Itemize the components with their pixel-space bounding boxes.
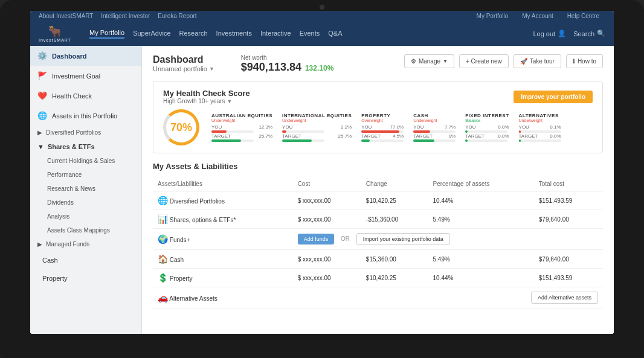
nav-investments[interactable]: Investments <box>216 30 252 38</box>
my-portfolio-util-link[interactable]: My Portfolio <box>477 13 509 19</box>
import-portfolio-button[interactable]: Import your existing portfolio data <box>356 233 450 245</box>
health-score-circle: 70% <box>163 109 199 145</box>
net-worth-section: Net worth $940,113.84 132.10% <box>241 54 333 74</box>
content-area: ⚙️ Dashboard 🚩 Investment Goal ❤️ Health… <box>30 46 614 334</box>
row-property-pct: 10.44% <box>428 269 533 287</box>
row-funds-actions: Add funds OR Import your existing portfo… <box>293 229 603 250</box>
alloc-cash-status: Underweight <box>413 118 456 123</box>
row-cash-cost: $ xxx,xxx.00 <box>293 250 361 269</box>
health-check-icon: ❤️ <box>37 91 47 100</box>
health-check-subtitle[interactable]: High Growth 10+ years ▼ <box>163 98 250 104</box>
table-row: 🌐 Diversified Portfolios $ xxx,xxx.00 $1… <box>153 191 603 210</box>
add-funds-button[interactable]: Add funds <box>298 234 335 245</box>
help-centre-link[interactable]: Help Centre <box>567 13 599 19</box>
alloc-prop-status: Overweight <box>361 118 404 123</box>
chevron-right-icon-2: ▶ <box>37 241 42 248</box>
row-cash-pct: 5.49% <box>428 250 533 269</box>
funds-icon: 🌍 <box>158 234 168 244</box>
row-alt-assets-name: 🚗 Alternative Assets <box>153 287 293 308</box>
dashboard-title-section: Dashboard Unnamed portfolio ▼ <box>153 54 214 72</box>
shares-icon: 📊 <box>158 214 168 224</box>
nav-left: 🐂 InvestSMART My Portfolio SuperAdvice R… <box>39 25 343 42</box>
sidebar-current-holdings[interactable]: Current Holdings & Sales <box>30 154 141 168</box>
shares-etfs-label: Shares & ETFs <box>48 143 95 150</box>
investment-goal-icon: 🚩 <box>37 71 47 80</box>
search-button[interactable]: Search 🔍 <box>573 30 605 37</box>
improve-portfolio-button[interactable]: Improve your portfolio <box>514 91 593 103</box>
nav-links: My Portfolio SuperAdvice Research Invest… <box>89 29 342 39</box>
nav-events[interactable]: Events <box>300 30 320 38</box>
eureka-report-link[interactable]: Eureka Report <box>158 13 196 19</box>
nav-research[interactable]: Research <box>179 30 208 38</box>
alloc-au-eq-status: Underweight <box>211 118 272 123</box>
sidebar-asset-class-mappings[interactable]: Assets Class Mappings <box>30 223 141 237</box>
row-diversified-cost: $ xxx,xxx.00 <box>293 191 361 210</box>
search-label: Search <box>573 30 594 37</box>
sidebar-managed-funds[interactable]: ▶ Managed Funds <box>30 237 141 251</box>
col-assets-liabilities: Assets/Liabilities <box>153 177 293 191</box>
row-funds-name: 🌍 Funds+ <box>153 229 293 250</box>
assets-table: Assets/Liabilities Cost Change Percentag… <box>153 177 603 308</box>
sidebar-dividends[interactable]: Dividends <box>30 196 141 209</box>
logo[interactable]: 🐂 InvestSMART <box>39 25 71 42</box>
my-account-util-link[interactable]: My Account <box>522 13 553 19</box>
property-icon: 💲 <box>158 273 168 283</box>
table-row: 🚗 Alternative Assets Add Alternative ass… <box>153 287 603 308</box>
nav-superadvice[interactable]: SuperAdvice <box>133 30 170 38</box>
utility-links-right: My Portfolio My Account Help Centre <box>471 13 605 19</box>
dashboard-icon: ⚙️ <box>37 51 47 60</box>
table-row: 💲 Property $ xxx,xxx.00 $10,420.25 10.44… <box>153 269 603 287</box>
alloc-international-equities: INTERNATIONAL EQUITIES Underweight YOU2.… <box>282 113 352 142</box>
chevron-right-icon: ▶ <box>37 129 42 136</box>
sidebar: ⚙️ Dashboard 🚩 Investment Goal ❤️ Health… <box>30 46 142 334</box>
sidebar-research-news[interactable]: Research & News <box>30 182 141 196</box>
how-to-button[interactable]: ℹ How to <box>566 54 603 68</box>
table-header-row: Assets/Liabilities Cost Change Percentag… <box>153 177 603 191</box>
sidebar-item-dashboard[interactable]: ⚙️ Dashboard <box>30 46 141 66</box>
create-new-button[interactable]: + Create new <box>459 54 509 68</box>
manage-button[interactable]: ⚙ Manage ▼ <box>404 54 454 68</box>
sidebar-shares-etfs[interactable]: ▼ Shares & ETFs <box>30 139 141 154</box>
sidebar-analysis[interactable]: Analysis <box>30 209 141 223</box>
nav-qa[interactable]: Q&A <box>328 30 342 38</box>
health-check-header: My Health Check Score High Growth 10+ ye… <box>163 89 593 104</box>
cash-icon: 🏠 <box>158 254 168 264</box>
sidebar-item-property[interactable]: Property <box>30 269 141 287</box>
alloc-alt-label: ALTERNATIVES <box>519 113 561 118</box>
alloc-au-eq-you-pct: 12.3% <box>259 124 272 130</box>
nav-my-portfolio[interactable]: My Portfolio <box>89 29 124 39</box>
portfolio-selector[interactable]: Unnamed portfolio ▼ <box>153 65 214 72</box>
assets-title: My Assets & Liabilities <box>153 162 603 171</box>
take-tour-button[interactable]: 🚀 Take tour <box>514 54 561 68</box>
table-row: 📊 Shares, options & ETFs* $ xxx,xxx.00 -… <box>153 210 603 229</box>
sidebar-performance[interactable]: Performance <box>30 168 141 182</box>
sidebar-item-investment-goal[interactable]: 🚩 Investment Goal <box>30 66 141 86</box>
table-row: 🏠 Cash $ xxx,xxx.00 $15,360.00 5.49% $79… <box>153 250 603 269</box>
add-alternative-assets-button[interactable]: Add Alternative assets <box>531 292 598 304</box>
health-check-title-group: My Health Check Score High Growth 10+ ye… <box>163 89 250 104</box>
sidebar-diversified-portfolios[interactable]: ▶ Diversified Portfolios <box>30 126 141 139</box>
col-change: Change <box>361 177 428 191</box>
logout-button[interactable]: Log out 👤 <box>533 30 566 37</box>
sidebar-assets-label: Assets in this Portfolio <box>52 112 117 120</box>
row-alt-assets-actions: Add Alternative assets <box>293 287 603 308</box>
diversified-icon: 🌐 <box>158 196 168 205</box>
nav-interactive[interactable]: Interactive <box>260 30 291 38</box>
col-pct-assets: Percentage of assets <box>428 177 533 191</box>
alloc-cash-label: CASH <box>413 113 456 118</box>
sidebar-item-cash[interactable]: Cash <box>30 251 141 269</box>
sidebar-item-health-check[interactable]: ❤️ Health Check <box>30 86 141 106</box>
alloc-int-eq-status: Underweight <box>282 118 352 123</box>
utility-links-left: About InvestSMART Intelligent Investor E… <box>39 13 203 19</box>
sidebar-item-assets[interactable]: 🌐 Assets in this Portfolio <box>30 106 141 126</box>
col-total-cost: Total cost <box>534 177 603 191</box>
row-property-name: 💲 Property <box>153 269 293 287</box>
alloc-au-eq-target-pct: 25.7% <box>259 133 272 139</box>
intelligent-investor-link[interactable]: Intelligent Investor <box>101 13 150 19</box>
sidebar-dashboard-label: Dashboard <box>52 53 86 60</box>
row-cash-total: $79,640.00 <box>534 250 603 269</box>
utility-bar: About InvestSMART Intelligent Investor E… <box>30 11 614 21</box>
row-diversified-name: 🌐 Diversified Portfolios <box>153 191 293 210</box>
row-cash-name: 🏠 Cash <box>153 250 293 269</box>
about-link[interactable]: About InvestSMART <box>39 13 93 19</box>
